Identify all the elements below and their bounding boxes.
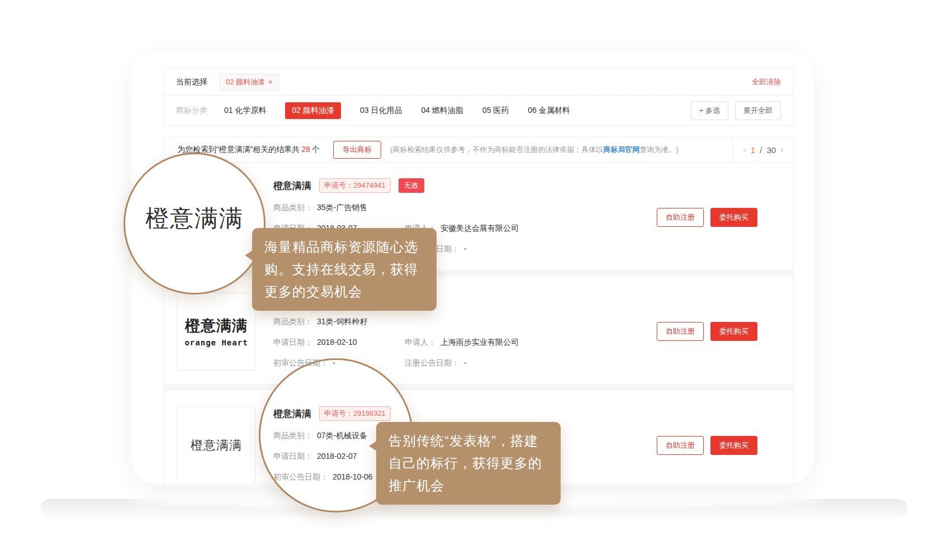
- field-cell: 初审公告日期：-: [273, 357, 405, 369]
- field-cell: 商品类别：35类-广告销售: [273, 202, 367, 213]
- app-window: 当前选择 02 颜料油漆 × 全部清除 商标分类 01 化学原料02 颜料油漆0…: [131, 50, 813, 485]
- category-item[interactable]: 01 化学原料: [224, 106, 266, 116]
- selected-filter-tag-text: 02 颜料油漆: [226, 77, 265, 87]
- selected-filter-tag[interactable]: 02 颜料油漆 ×: [220, 74, 279, 91]
- trademark-name: 橙意满满: [273, 407, 311, 420]
- field-value: -: [464, 357, 467, 369]
- current-selection-label: 当前选择: [176, 77, 207, 87]
- thumbnail-mark-text: 橙意满满: [191, 437, 242, 454]
- promo-tooltip-promotion: 告别传统“发表格”，搭建自己的标行，获得更多的推广机会: [376, 422, 561, 505]
- thumbnail-mark-text: 橙意满满: [185, 316, 248, 336]
- field-value: 安徽美达会展有限公司: [440, 222, 519, 234]
- thumbnail-mark-subtext: orange Heart: [184, 338, 248, 347]
- multi-select-button[interactable]: + 多选: [691, 101, 728, 120]
- field-label: 申请日期：: [273, 336, 312, 348]
- category-item[interactable]: 03 日化用品: [360, 106, 402, 116]
- field-value: 2018-10-06: [333, 471, 373, 483]
- row-actions: 自助注册 委托购买: [657, 208, 780, 227]
- self-register-button[interactable]: 自助注册: [657, 322, 704, 341]
- current-page: 1: [751, 145, 755, 155]
- field-value: 2018-02-10: [317, 336, 357, 348]
- self-register-button[interactable]: 自助注册: [657, 436, 704, 455]
- category-row-label: 商标分类: [176, 106, 207, 116]
- filter-card: 当前选择 02 颜料油漆 × 全部清除 商标分类 01 化学原料02 颜料油漆0…: [163, 68, 794, 126]
- field-value: 35类-广告销售: [317, 202, 367, 213]
- trademark-thumbnail[interactable]: 橙意满满 orange Heart: [177, 292, 255, 371]
- field-label: 申请日期：: [273, 450, 312, 462]
- results-count: 28: [300, 145, 312, 154]
- status-badge: 无效: [399, 178, 424, 193]
- field-line: 商品类别：35类-广告销售: [273, 202, 657, 213]
- disclaimer-suffix: 查询为准。): [639, 145, 678, 154]
- category-item[interactable]: 06 金属材料: [528, 106, 570, 116]
- category-item[interactable]: 02 颜料油漆: [285, 102, 340, 119]
- application-number-tag: 申请号：29474941: [319, 178, 391, 193]
- page: 当前选择 02 颜料油漆 × 全部清除 商标分类 01 化学原料02 颜料油漆0…: [0, 0, 948, 560]
- row-actions: 自助注册 委托购买: [657, 322, 780, 341]
- field-label: 申请人：: [405, 336, 436, 348]
- field-cell: 注册公告日期：-: [405, 357, 467, 369]
- field-value: 上海雨步实业有限公司: [440, 336, 519, 348]
- field-line: 申请日期：2018-02-10申请人：上海雨步实业有限公司: [273, 336, 657, 348]
- magnifier-circle-trademark: 橙意满满: [124, 153, 266, 295]
- clear-all-button[interactable]: 全部清除: [752, 77, 781, 87]
- results-summary-suffix: 个: [312, 145, 320, 154]
- field-label: 商品类别：: [273, 202, 312, 213]
- trademark-title-line: 橙意满满 申请号：29198321: [273, 406, 657, 421]
- category-item[interactable]: 04 燃料油脂: [421, 106, 463, 116]
- promo-tooltip-marketplace: 海量精品商标资源随心选购。支持在线交易，获得更多的交易机会: [252, 228, 437, 311]
- remove-filter-icon[interactable]: ×: [268, 78, 273, 86]
- field-value: 2018-02-07: [317, 450, 357, 462]
- self-register-button[interactable]: 自助注册: [657, 208, 704, 227]
- pagination: ‹ 1 / 30 ›: [733, 137, 793, 162]
- field-value: -: [464, 243, 467, 255]
- trademark-thumbnail[interactable]: 橙意满满: [177, 406, 255, 484]
- row-actions: 自助注册 委托购买: [657, 436, 780, 455]
- application-number-tag: 申请号：29198321: [319, 406, 391, 421]
- magnified-trademark-text: 橙意满满: [145, 203, 244, 234]
- next-page-icon[interactable]: ›: [780, 144, 784, 155]
- results-header: 为您检索到“橙意满满”相关的结果共28个 导出商标 (商标检索结果仅供参考，不作…: [164, 137, 793, 163]
- current-selection-row: 当前选择 02 颜料油漆 × 全部清除: [164, 69, 793, 95]
- field-value: 31类-饲料种籽: [317, 316, 367, 328]
- category-actions: + 多选 展开全部: [691, 101, 781, 120]
- total-pages: 30: [766, 145, 776, 155]
- field-value: -: [333, 357, 335, 369]
- field-label: 初审公告日期：: [273, 471, 328, 483]
- entrust-buy-button[interactable]: 委托购买: [710, 208, 757, 227]
- field-line: 初审公告日期：-注册公告日期：-: [273, 357, 657, 369]
- entrust-buy-button[interactable]: 委托购买: [710, 322, 757, 341]
- disclaimer-prefix: (商标检索结果仅供参考，不作为商标能否注册的法律依据；具体以: [390, 145, 603, 154]
- trademark-title-line: 橙意满满 申请号：29474941 无效: [273, 178, 657, 193]
- field-value: 07类-机械设备: [317, 430, 367, 442]
- field-cell: 申请人：上海雨步实业有限公司: [405, 336, 519, 348]
- trademark-name: 橙意满满: [273, 179, 311, 192]
- field-cell: 申请日期：2018-02-10: [273, 336, 405, 348]
- results-disclaimer: (商标检索结果仅供参考，不作为商标能否注册的法律依据；具体以商标局官网查询为准。…: [390, 145, 679, 155]
- field-cell: 初审公告日期：2018-10-06: [273, 471, 373, 483]
- category-row: 商标分类 01 化学原料02 颜料油漆03 日化用品04 燃料油脂05 医药06…: [164, 95, 793, 125]
- export-trademarks-button[interactable]: 导出商标: [333, 141, 381, 159]
- field-label: 商品类别：: [273, 430, 312, 442]
- field-label: 商品类别：: [273, 316, 312, 328]
- category-item[interactable]: 05 医药: [482, 106, 509, 116]
- field-cell: 商品类别：07类-机械设备: [273, 430, 367, 442]
- expand-all-button[interactable]: 展开全部: [735, 101, 781, 120]
- prev-page-icon[interactable]: ‹: [743, 144, 746, 155]
- field-line: 商品类别：31类-饲料种籽: [273, 316, 657, 328]
- field-cell: 商品类别：31类-饲料种籽: [273, 316, 367, 328]
- trademark-office-link[interactable]: 商标局官网: [603, 145, 639, 154]
- page-separator: /: [760, 145, 762, 155]
- field-cell: 申请日期：2018-02-07: [273, 450, 357, 462]
- category-list: 01 化学原料02 颜料油漆03 日化用品04 燃料油脂05 医药06 金属材料: [224, 102, 570, 119]
- field-label: 注册公告日期：: [405, 357, 459, 369]
- entrust-buy-button[interactable]: 委托购买: [710, 436, 757, 455]
- field-label: 初审公告日期：: [273, 357, 328, 369]
